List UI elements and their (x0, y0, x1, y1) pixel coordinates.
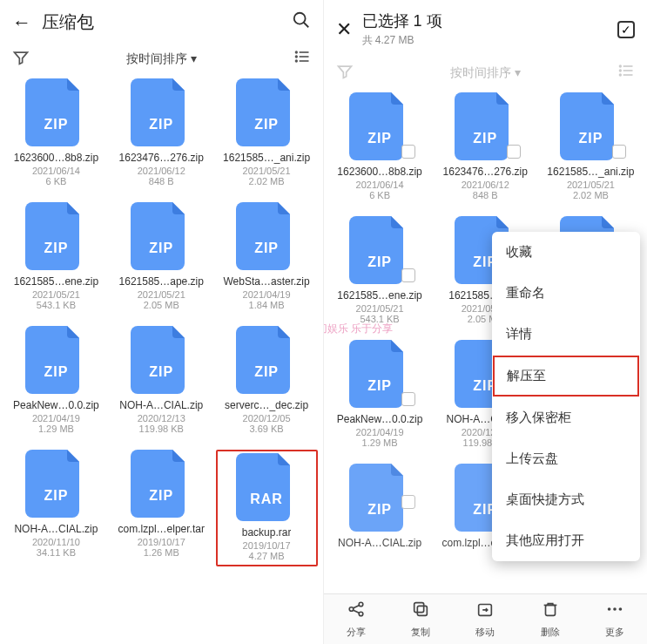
file-item[interactable]: ZIPPeakNew…0.0.zip2021/04/191.29 MB (329, 340, 431, 448)
svg-point-23 (608, 607, 611, 611)
file-name: 1623476…276.zip (119, 152, 204, 164)
file-name: NOH-A…CIAL.zip (119, 399, 203, 411)
browse-pane: ← 压缩包 按时间排序 ▾ ZIP1623600…8b8.zip2021/06/… (0, 0, 324, 644)
menu-item[interactable]: 移入保密柜 (492, 397, 640, 438)
file-item[interactable]: ZIP1621585…_ani.zip2021/05/212.02 MB (216, 78, 318, 186)
move-icon (475, 600, 495, 623)
file-date: 2019/10/17 (243, 540, 291, 551)
menu-item[interactable]: 重命名 (492, 273, 640, 314)
file-date: 2020/11/10 (32, 537, 80, 547)
file-name: WebSta…aster.zip (223, 275, 309, 288)
file-name: 1621585…ene.zip (14, 275, 98, 288)
file-item[interactable]: ZIPserverc…_dec.zip2020/12/053.69 KB (216, 326, 318, 434)
menu-item[interactable]: 上传云盘 (492, 438, 640, 479)
share-icon (347, 600, 366, 623)
archive-icon: ZIP (236, 202, 297, 270)
menu-item[interactable]: 详情 (492, 314, 640, 355)
menu-item[interactable]: 桌面快捷方式 (492, 479, 640, 520)
file-date: 2020/12/05 (243, 413, 291, 424)
menu-item[interactable]: 收藏 (492, 232, 640, 273)
select-checkbox[interactable] (401, 392, 415, 406)
file-date: 2021/06/14 (356, 180, 404, 190)
file-name: 1621585…ene.zip (337, 289, 421, 302)
file-item[interactable]: ZIP1621585…_ani.zip2021/05/212.02 MB (540, 92, 642, 200)
file-name: serverc…_dec.zip (225, 399, 308, 411)
svg-rect-22 (545, 605, 555, 615)
back-icon[interactable]: ← (12, 11, 31, 34)
file-size: 2.05 MB (144, 300, 179, 310)
file-item[interactable]: ZIP1623600…8b8.zip2021/06/146 KB (5, 78, 107, 186)
file-item[interactable]: RARbackup.rar2019/10/174.27 MB (216, 450, 318, 566)
action-more[interactable]: 更多 (605, 600, 624, 639)
svg-point-7 (295, 60, 297, 62)
file-size: 2.02 MB (249, 176, 285, 186)
menu-item[interactable]: 其他应用打开 (492, 520, 640, 561)
copy-icon (411, 600, 430, 623)
archive-icon: ZIP (131, 78, 192, 146)
action-share[interactable]: 分享 (347, 600, 366, 639)
search-icon[interactable] (292, 10, 311, 34)
file-item[interactable]: ZIPNOH-A…CIAL.zip (329, 464, 431, 551)
select-checkbox[interactable] (507, 145, 521, 159)
view-toggle-icon[interactable] (293, 48, 311, 70)
select-checkbox[interactable] (401, 495, 415, 509)
file-ext-label: ZIP (131, 364, 192, 380)
file-size: 543.1 KB (37, 300, 76, 310)
file-item[interactable]: ZIPcom.lzpl…elper.tar2019/10/171.26 MB (111, 450, 212, 566)
archive-icon: ZIP (236, 78, 297, 146)
sort-dropdown[interactable]: 按时间排序 ▾ (126, 51, 197, 67)
svg-point-6 (295, 56, 297, 58)
close-icon[interactable]: ✕ (336, 18, 352, 41)
file-name: NOH-A…CIAL.zip (14, 523, 98, 535)
archive-icon: ZIP (25, 202, 86, 270)
file-ext-label: ZIP (455, 131, 516, 146)
action-trash[interactable]: 删除 (541, 600, 560, 639)
select-checkbox[interactable] (612, 145, 626, 159)
file-item[interactable]: ZIPNOH-A…CIAL.zip2020/12/13119.98 KB (111, 326, 212, 434)
select-all-icon[interactable]: ✓ (617, 21, 635, 38)
file-size: 4.27 MB (249, 551, 285, 561)
select-checkbox[interactable] (401, 268, 415, 282)
file-ext-label: ZIP (131, 241, 192, 256)
file-ext-label: ZIP (25, 488, 86, 504)
file-ext-label: ZIP (349, 378, 410, 394)
svg-point-0 (293, 13, 305, 24)
file-item[interactable]: ZIP1621585…ape.zip2021/05/212.05 MB (111, 202, 212, 310)
page-title: 压缩包 (42, 10, 94, 34)
file-item[interactable]: ZIPWebSta…aster.zip2021/04/191.84 MB (216, 202, 318, 310)
action-move[interactable]: 移动 (475, 600, 495, 639)
svg-point-13 (620, 74, 622, 76)
file-item[interactable]: ZIP1623476…276.zip2021/06/12848 B (435, 92, 536, 200)
bottom-action-bar: 分享复制移动删除更多 (324, 593, 648, 644)
file-item[interactable]: ZIP1621585…ene.zip2021/05/21543.1 KB (5, 202, 107, 310)
file-size: 6 KB (369, 190, 390, 200)
context-menu: 收藏重命名详情解压至移入保密柜上传云盘桌面快捷方式其他应用打开 (492, 232, 640, 561)
action-copy[interactable]: 复制 (411, 600, 430, 639)
file-name: 1621585…_ani.zip (547, 166, 634, 178)
archive-icon: ZIP (25, 450, 86, 518)
filter-icon (336, 63, 354, 84)
file-size: 119.98 KB (139, 424, 184, 434)
file-item[interactable]: ZIPPeakNew…0.0.zip2021/04/191.29 MB (5, 326, 107, 434)
file-date: 2021/06/14 (32, 166, 80, 176)
file-item[interactable]: ZIP1623476…276.zip2021/06/12848 B (111, 78, 212, 186)
file-item[interactable]: ZIPNOH-A…CIAL.zip2020/11/1034.11 KB (5, 450, 107, 566)
file-size: 1.29 MB (362, 437, 398, 448)
file-ext-label: ZIP (236, 241, 297, 256)
file-date: 2019/10/17 (138, 537, 185, 547)
selection-subtitle: 共 4.27 MB (362, 33, 442, 48)
file-size: 1.84 MB (249, 300, 285, 310)
svg-point-5 (295, 51, 297, 53)
file-size: 543.1 KB (360, 314, 399, 324)
file-ext-label: ZIP (236, 364, 297, 380)
file-item[interactable]: ZIP1623600…8b8.zip2021/06/146 KB (329, 92, 431, 200)
archive-icon: ZIP (25, 326, 86, 394)
select-checkbox[interactable] (401, 145, 415, 159)
filter-icon[interactable] (12, 49, 30, 70)
menu-item[interactable]: 解压至 (493, 356, 639, 397)
action-label: 移动 (475, 626, 495, 639)
file-item[interactable]: ZIP1621585…ene.zip2021/05/21543.1 KB (329, 216, 431, 324)
file-date: 2021/04/19 (32, 413, 80, 424)
file-ext-label: ZIP (131, 117, 192, 132)
file-date: 2021/05/21 (243, 166, 291, 176)
